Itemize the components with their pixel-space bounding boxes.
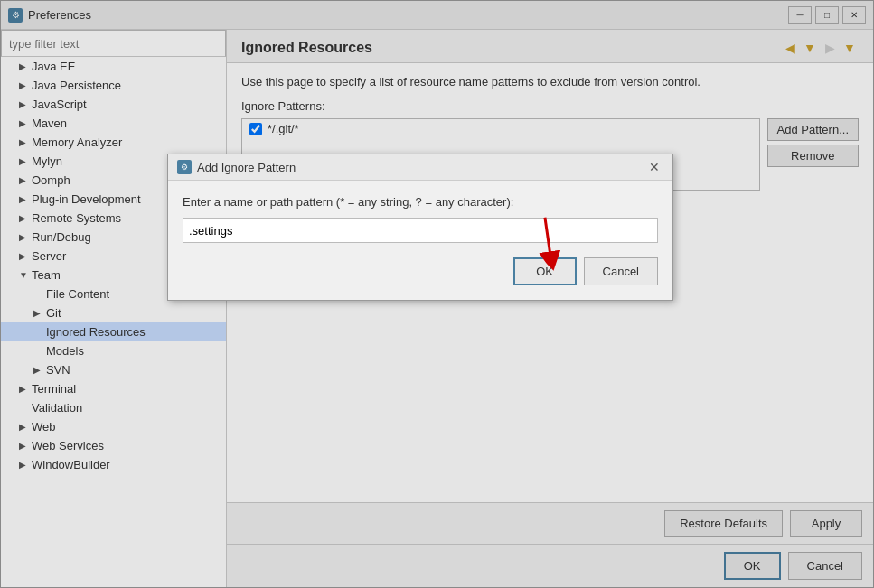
dialog-title-bar: ⚙ Add Ignore Pattern ✕ [168,154,672,181]
dialog-description: Enter a name or path pattern (* = any st… [183,195,658,209]
pattern-input[interactable] [183,218,658,243]
dialog-icon: ⚙ [177,160,192,174]
modal-overlay: ⚙ Add Ignore Pattern ✕ Enter a name or p… [0,0,874,588]
dialog-title: Add Ignore Pattern [197,161,645,174]
add-ignore-pattern-dialog: ⚙ Add Ignore Pattern ✕ Enter a name or p… [167,154,673,301]
dialog-body: Enter a name or path pattern (* = any st… [168,181,672,300]
dialog-cancel-button[interactable]: Cancel [584,257,658,285]
dialog-close-button[interactable]: ✕ [645,160,663,174]
dialog-ok-button[interactable]: OK [513,257,577,285]
dialog-buttons: OK Cancel [183,257,658,285]
